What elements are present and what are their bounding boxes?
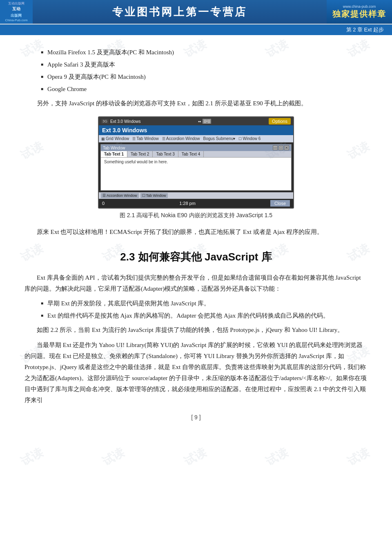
list-item-text: Opera 9 及更高版本(PC 和 Macintosh) <box>47 72 146 82</box>
section-heading-2-3: 2.3 如何兼容其他 JavaScript 库 <box>24 250 368 264</box>
phone-status-bar: 3G Ext 3.0 Windows ▪▪ ((•)) Options <box>99 117 293 125</box>
list-item-text: Google Chrome <box>47 84 87 94</box>
phone-content-text: Something useful would be in here. <box>104 160 168 164</box>
watermark-21: 试读 <box>181 445 209 469</box>
phone-menu-bar: ▦ Grid Window ☰ Tab Window ☰ Accordion W… <box>99 135 293 142</box>
paragraph-1: 另外，支持 JavaScript 的移动设备的浏览器亦可支持 Ext，如图 2.… <box>24 98 368 109</box>
list-item-text: Apple Safari 3 及更高版本 <box>47 60 115 69</box>
tab-4[interactable]: Tab Text 4 <box>178 151 204 157</box>
phone-tab-bar: Tab Text 1 Tab Text 2 Tab Text 3 Tab Tex… <box>101 151 291 158</box>
minimize-btn[interactable]: — <box>273 145 278 150</box>
phone-options-btn: Options <box>269 118 291 125</box>
logo-brand: 互动 出版网 <box>5 5 27 18</box>
menu-tab-label: Tab Window <box>136 136 158 141</box>
phone-app-title-bar: Ext 3.0 Windows <box>99 125 293 135</box>
menu-bogus-label: Bogus Submenu▾ <box>203 136 236 141</box>
menu-grid-label: Grid Window <box>106 136 129 141</box>
phone-3g-badge: 3G <box>101 119 109 124</box>
tab-2[interactable]: Tab Text 2 <box>127 151 153 157</box>
phone-bottom-status: 0 1:28 pm Close <box>99 199 293 208</box>
phone-bottom-bar: ☰ Accordion Window ☐ Tab Window <box>99 192 293 199</box>
paragraph-4: 如图 2.2 所示，当前 Ext 为流行的 JavaScript 库提供了功能的… <box>24 325 368 336</box>
paragraph-5: 当最早期 Ext 还是作为 Yahoo UI! Library(简称 YUI)的… <box>24 340 368 406</box>
logo: 互动出版网 互动 出版网 China-Pub.com <box>0 0 33 24</box>
phone-signal: ((•)) <box>203 119 211 124</box>
header-title-text: 专业图书网上第一专营店 <box>112 5 247 19</box>
list-item-text: Mozilla Firefox 1.5 及更高版本(PC 和 Macintosh… <box>47 47 174 57</box>
page-number: [ 9 ] <box>24 414 368 421</box>
list-item-text: 早期 Ext 的开发阶段，其底层代码是依附其他 JavaScript 库。 <box>47 298 210 308</box>
figure-2-1: 3G Ext 3.0 Windows ▪▪ ((•)) Options Ext … <box>24 116 368 219</box>
header-badge: 独家提供样章 <box>332 9 386 20</box>
logo-sub-text: China-Pub.com <box>5 18 27 22</box>
header-url: www.china-pub.com <box>343 4 376 9</box>
status-num: 0 <box>102 201 105 206</box>
tab-1[interactable]: Tab Text 1 <box>101 151 127 157</box>
list-item-early-ext: 早期 Ext 的开发阶段，其底层代码是依附其他 JavaScript 库。 <box>41 298 368 308</box>
accordion-window-label: Accordion Window <box>107 194 137 198</box>
tab-3[interactable]: Tab Text 3 <box>153 151 178 157</box>
phone-status-icons: ▪▪ ((•)) <box>198 119 211 124</box>
menu-accordion[interactable]: ☰ Accordion Window <box>162 136 200 141</box>
main-content: Mozilla Firefox 1.5 及更高版本(PC 和 Macintosh… <box>0 35 392 433</box>
logo-box: 互动出版网 互动 出版网 China-Pub.com <box>5 2 27 22</box>
watermark-20: 试读 <box>100 445 127 469</box>
list-item-adapter: Ext 的组件代码不是按其他 Ajax 库的风格写的。Adapter 会把其他 … <box>41 311 368 320</box>
status-time: 1:28 pm <box>179 201 196 206</box>
list-item-text: Ext 的组件代码不是按其他 Ajax 库的风格写的。Adapter 会把其他 … <box>47 311 329 320</box>
phone-window-title: Tab Window — □ ✕ <box>101 145 291 151</box>
logo-top-text: 互动出版网 <box>5 2 27 6</box>
header-title-area: 专业图书网上第一专营店 <box>33 0 327 24</box>
paragraph-2: 原来 Ext 也可以这样地用！ECMAScript 开拓了我们的眼界，也真正地拓… <box>24 227 368 238</box>
phone-ext-title: Ext 3.0 Windows <box>102 127 147 133</box>
menu-window6-label: Window 6 <box>243 136 261 141</box>
adapter-list: 早期 Ext 的开发阶段，其底层代码是依附其他 JavaScript 库。 Ex… <box>41 298 368 320</box>
watermark-23: 试读 <box>345 445 372 469</box>
paragraph-3: Ext 库具备全面的 API，尝试着为我们提供完整的整合开发平台，但是如果结合遗… <box>24 272 368 294</box>
menu-bogus[interactable]: Bogus Submenu▾ <box>203 136 236 141</box>
chapter-bar: 第 2 章 Ext 起步 <box>0 24 392 35</box>
tab-window-label: Tab Window <box>146 194 166 198</box>
browser-list: Mozilla Firefox 1.5 及更高版本(PC 和 Macintosh… <box>41 47 368 94</box>
menu-accordion-label: Accordion Window <box>166 136 200 141</box>
phone-status-left: 3G Ext 3.0 Windows <box>101 119 141 124</box>
phone-window: Tab Window — □ ✕ Tab Text 1 Tab Text 2 T… <box>100 144 292 191</box>
phone-screenshot: 3G Ext 3.0 Windows ▪▪ ((•)) Options Ext … <box>98 116 294 209</box>
close-btn[interactable]: ✕ <box>284 145 289 150</box>
page-header: 互动出版网 互动 出版网 China-Pub.com 专业图书网上第一专营店 w… <box>0 0 392 24</box>
phone-close-button[interactable]: Close <box>270 200 290 207</box>
accordion-window-item[interactable]: ☰ Accordion Window <box>101 193 139 198</box>
watermark-19: 试读 <box>18 445 45 469</box>
phone-window-controls: — □ ✕ <box>273 145 289 150</box>
phone-content-area: Something useful would be in here. <box>101 158 291 190</box>
phone-window-title-text: Tab Window <box>103 146 125 150</box>
chapter-bar-text: 第 2 章 Ext 起步 <box>346 27 384 33</box>
menu-grid[interactable]: ▦ Grid Window <box>101 136 129 141</box>
list-item-safari: Apple Safari 3 及更高版本 <box>41 60 368 69</box>
list-item-firefox: Mozilla Firefox 1.5 及更高版本(PC 和 Macintosh… <box>41 47 368 57</box>
tab-window-item[interactable]: ☐ Tab Window <box>140 193 168 198</box>
header-right-area: www.china-pub.com 独家提供样章 <box>327 0 392 24</box>
menu-window6[interactable]: ☐ Window 6 <box>238 136 261 141</box>
list-item-chrome: Google Chrome <box>41 84 368 94</box>
list-item-opera: Opera 9 及更高版本(PC 和 Macintosh) <box>41 72 368 82</box>
figure-caption: 图 2.1 高端手机 Nokia E90 内嵌的浏览器支持 JavaScript… <box>120 212 272 219</box>
watermark-22: 试读 <box>263 445 290 469</box>
menu-tab[interactable]: ☰ Tab Window <box>132 136 158 141</box>
phone-app-title-status: Ext 3.0 Windows <box>110 119 140 124</box>
maximize-btn[interactable]: □ <box>278 145 283 150</box>
